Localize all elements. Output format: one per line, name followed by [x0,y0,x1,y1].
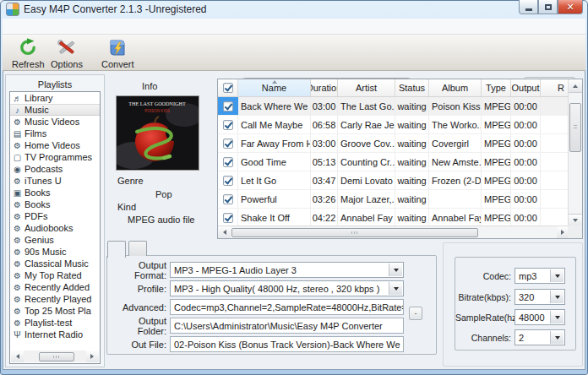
scroll-left-arrow[interactable] [218,226,231,238]
codec-field-row: Codec: mp3 [455,268,575,284]
playlist-item[interactable]: ⚙ iTunes U [10,175,100,187]
table-row[interactable]: Powerful 03:26 Major Lazer,... waiting M… [218,190,582,209]
out-file-input[interactable]: 02-Poison Kiss (Bonus Track Version)-Bac… [170,336,404,352]
cell-type: MPEG... [482,153,511,171]
cell-album: New Amste... [429,153,482,171]
cell-status: waiting [395,134,429,152]
scroll-up-arrow[interactable] [569,79,582,93]
table-row[interactable]: Let It Go 03:47 Demi Lovato waiting Froz… [218,171,582,190]
playlist-item[interactable]: ⚙ Genius [10,234,100,246]
convert-button[interactable]: Convert [97,37,139,70]
tab[interactable] [128,241,147,256]
table-row[interactable]: Far Away From H... 03:00 Groove Cov... w… [218,134,582,153]
row-checkbox[interactable] [223,194,233,204]
playlist-item[interactable]: ⚙ Top 25 Most Pla [10,305,100,317]
track-table: Name Duration Artist Status Album Type O… [217,79,583,239]
options-button[interactable]: Options [46,37,87,70]
playlist-item[interactable]: ⚙ Recently Played [10,293,100,305]
playlist-item[interactable]: ⚙ Recently Added [10,281,100,293]
scrollbar-corner [568,226,582,238]
table-vertical-scrollbar[interactable] [568,79,582,227]
column-header-duration[interactable]: Duration [311,79,338,96]
playlist-label: Internet Radio [24,329,83,340]
codec-field-dropdown[interactable]: mp3 [514,268,565,284]
refresh-icon [18,38,38,58]
row-checkbox[interactable] [223,176,233,186]
cell-duration: 05:13 [311,153,338,171]
playlist-item[interactable]: ⚙ Home Videos [10,139,100,151]
playlist-item[interactable]: ⚙ Audiobooks [10,222,100,234]
menu-item[interactable] [18,24,33,28]
codec-field-dropdown[interactable]: 48000 [514,309,565,325]
playlist-item[interactable]: ⚙ My Top Rated [10,269,100,281]
scrollbar-thumb[interactable] [231,228,478,237]
refresh-button[interactable]: Refresh [8,37,49,70]
cell-artist: Groove Cov... [338,134,395,152]
menu-item[interactable] [3,24,18,28]
kind-value: MPEG audio file [128,215,194,225]
column-header-output[interactable]: Output [511,79,541,96]
codec-field-dropdown[interactable]: 2 [514,329,565,345]
scrollbar-thumb[interactable] [569,103,581,152]
out-file-label: Out File: [109,340,166,350]
maximize-button[interactable] [538,0,558,14]
gear-icon: ⚙ [12,141,23,150]
window-title: Easy M4P Converter 2.1.3 -Unregistered [24,3,207,15]
sidebar-horizontal-scrollbar[interactable] [11,351,99,362]
row-checkbox[interactable] [223,157,233,167]
minimize-icon [525,8,532,11]
scroll-left-arrow[interactable] [11,351,24,362]
column-header-artist[interactable]: Artist [338,79,395,96]
playlist-item[interactable]: ⚙ 90s Music [10,246,100,258]
row-checkbox[interactable] [223,213,233,223]
row-checkbox[interactable] [223,101,233,111]
playlist-label: Recently Added [24,282,90,292]
dropdown-arrow-icon [550,311,564,323]
playlist-item[interactable]: ⚙ Classical Music [10,258,100,269]
playlist-item[interactable]: ⚙ Music Videos [10,116,100,128]
dropdown-arrow-icon [389,282,402,295]
cell-album [429,190,482,208]
playlist-item[interactable]: ⚙ PDFs [10,210,100,222]
cell-output: 00:00 [511,153,541,171]
cell-artist: The Last Go... [338,97,395,115]
codec-field-dropdown[interactable]: 320 [514,289,565,305]
playlist-item[interactable]: ▤ Films [10,128,100,139]
cell-output: 00:00 [511,134,541,152]
header-checkbox[interactable] [223,83,233,93]
row-checkbox[interactable] [223,120,233,130]
playlist-item[interactable]: ◉ Podcasts [10,163,100,175]
select-all-header[interactable] [218,79,238,96]
scroll-right-arrow[interactable] [86,351,99,362]
output-folder-input[interactable]: C:\Users\Administrator\Music\Easy M4P Co… [170,318,404,334]
output-format-dropdown[interactable]: MP3 - MPEG-1 Audio Layer 3 [170,262,404,278]
table-row[interactable]: Back Where We ... 03:00 The Last Go... w… [218,97,582,116]
playlist-item[interactable]: ▣ Books [10,187,100,198]
column-header-status[interactable]: Status [395,79,429,96]
playlist-item[interactable]: ⚙ Books [10,198,100,210]
column-header-album[interactable]: Album [429,79,482,96]
table-horizontal-scrollbar[interactable] [218,226,569,238]
playlist-item[interactable]: ♬ Library [10,92,100,104]
playlist-item[interactable]: ♪ Music [10,104,100,116]
gear-icon: ⚙ [12,236,23,245]
close-button[interactable]: ✕ [558,0,583,14]
playlist-item[interactable]: Ψ Internet Radio [10,329,100,340]
profile-dropdown[interactable]: MP3 - High Quality( 48000 Hz, stereo , 3… [170,280,404,296]
playlist-item[interactable]: ▢ TV Programmes [10,151,100,163]
column-header-type[interactable]: Type [482,79,511,96]
cell-name: Call Me Maybe [238,116,311,133]
scrollbar-thumb[interactable] [39,352,74,361]
column-header-name[interactable]: Name [238,79,311,96]
row-checkbox[interactable] [223,139,233,149]
codec-field-row: Bitrate(kbps): 320 [455,289,575,305]
table-row[interactable]: Shake It Off 04:22 Annabel Fay waiting A… [218,209,582,227]
table-row[interactable]: Call Me Maybe 06:58 Carly Rae Je... wait… [218,116,582,134]
table-row[interactable]: Good Time 05:13 Counting Cr... waiting N… [218,153,582,171]
gear-icon: ⚙ [12,271,23,280]
tab[interactable] [107,241,126,258]
cell-album: Frozen (2-D... [429,171,482,189]
minimize-button[interactable] [519,0,538,14]
advanced-input[interactable]: Codec=mp3,Channel=2,SampleRate=48000Hz,B… [170,299,404,315]
playlist-item[interactable]: ⚙ Playlist-test [10,317,100,329]
